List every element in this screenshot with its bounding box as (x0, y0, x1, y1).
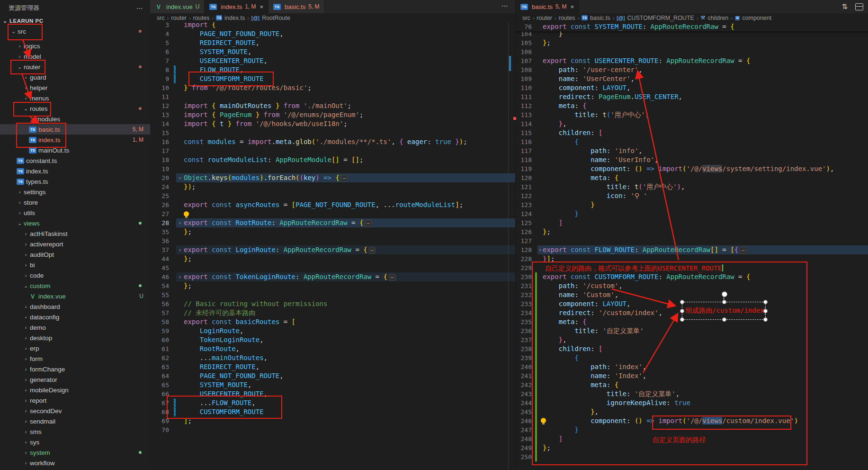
code-text[interactable]: RootRoute, (184, 344, 515, 353)
code-line-111[interactable]: 111 redirect: PageEnum.USER_CENTER, (516, 92, 868, 101)
code-line-5[interactable]: 5 REDIRECT_ROUTE, (150, 38, 515, 47)
tree-item-system[interactable]: ›system (0, 447, 150, 458)
tree-item-types.ts[interactable]: TStypes.ts (0, 176, 150, 187)
breadcrumb-item[interactable]: RootRoute (262, 15, 290, 21)
tree-item-constant.ts[interactable]: TSconstant.ts (0, 155, 150, 166)
code-line-107[interactable]: 107export const USERCENTER_ROUTE: AppRou… (516, 56, 868, 65)
code-text[interactable]: CUSTOMFORM_ROUTE (184, 74, 515, 83)
code-text[interactable]: path: '/custom', (543, 281, 868, 290)
code-text[interactable]: export const LoginRoute: AppRouteRecordR… (184, 245, 515, 254)
tree-item-dataconfig[interactable]: ›dataconfig (0, 312, 150, 322)
tab-basic.ts[interactable]: TSbasic.ts5, M (268, 0, 324, 13)
code-text[interactable]: }; (543, 38, 868, 47)
code-line-8[interactable]: 8 FLOW_ROUTE, (150, 65, 515, 74)
code-text[interactable]: export const FLOW_ROUTE: AppRouteRecordR… (543, 245, 868, 254)
code-text[interactable]: FLOW_ROUTE, (184, 65, 515, 74)
code-text[interactable]: }]; (543, 254, 868, 263)
code-text[interactable]: }; (543, 227, 868, 236)
code-text[interactable] (184, 209, 515, 218)
tree-item-bi[interactable]: ›bi (0, 260, 150, 270)
code-line-230[interactable]: 230export const CUSTOMFORM_ROUTE: AppRou… (516, 272, 868, 281)
code-line-28[interactable]: 28›export const RootRoute: AppRouteRecor… (150, 218, 515, 227)
fold-chevron-icon[interactable]: › (537, 245, 543, 254)
code-text[interactable]: REDIRECT_ROUTE, (184, 362, 515, 371)
breadcrumb-item[interactable]: src (157, 15, 165, 21)
code-text[interactable]: } from '/@/router/routes/basic'; (184, 83, 515, 92)
code-text[interactable]: import { mainOutRoutes } from './mainOut… (184, 101, 515, 110)
tree-item-utils[interactable]: ›utils (0, 208, 150, 218)
code-line-125[interactable]: 125 ] (516, 218, 868, 227)
code-text[interactable]: export const CUSTOMFORM_ROUTE: AppRouteR… (543, 272, 868, 281)
code-line-236[interactable]: 236 title: '自定义菜单' (516, 326, 868, 335)
code-text[interactable]: }; (543, 443, 868, 452)
code-line-3[interactable]: 3import { (150, 22, 515, 29)
code-text[interactable]: meta: { (543, 380, 868, 389)
code-line-37[interactable]: 37›export const LoginRoute: AppRouteReco… (150, 245, 515, 254)
code-text[interactable] (543, 452, 868, 461)
code-line-12[interactable]: 12import { mainOutRoutes } from './mainO… (150, 101, 515, 110)
code-line-124[interactable]: 124 } (516, 209, 868, 218)
code-line-249[interactable]: 249}; (516, 443, 868, 452)
resize-handle[interactable] (680, 300, 684, 304)
code-line-70[interactable]: 70 (150, 425, 515, 434)
breadcrumb-item[interactable]: router (171, 15, 187, 21)
code-line-63[interactable]: 63 REDIRECT_ROUTE, (150, 362, 515, 371)
breadcrumb-item[interactable]: routes (193, 15, 210, 21)
code-text[interactable]: children: [ (543, 344, 868, 353)
tree-item-src[interactable]: ⌄src (0, 26, 150, 36)
code-text[interactable]: title: t('用户中心') (543, 110, 868, 119)
tree-item-report[interactable]: ›report (0, 395, 150, 406)
code-text[interactable]: USERCENTER_ROUTE, (184, 389, 515, 398)
code-text[interactable]: title: t('用户中心'), (543, 182, 868, 191)
project-section-header[interactable]: ⌄ LEARUN PC (0, 16, 150, 26)
code-text[interactable]: title: '自定义菜单' (543, 326, 868, 335)
code-line-58[interactable]: 58export const basicRoutes = [ (150, 317, 515, 326)
tree-item-code[interactable]: ›code (0, 270, 150, 280)
code-text[interactable]: ] (543, 218, 868, 227)
code-line-18[interactable]: 18const routeModuleList: AppRouteModule[… (150, 155, 515, 164)
code-line-109[interactable]: 109 name: 'UserCenter', (516, 74, 868, 83)
code-line-46[interactable]: 46›export const TokenLoginRoute: AppRout… (150, 272, 515, 281)
tree-item-logics[interactable]: ›logics (0, 41, 150, 51)
code-line-10[interactable]: 10} from '/@/router/routes/basic'; (150, 83, 515, 92)
code-text[interactable]: meta: { (543, 173, 868, 182)
code-line-241[interactable]: 241 name: 'Index', (516, 371, 868, 380)
code-line-55[interactable]: 55 (150, 290, 515, 299)
code-text[interactable]: export const TokenLoginRoute: AppRouteRe… (184, 272, 515, 281)
code-text[interactable] (184, 164, 515, 173)
code-text[interactable]: import { (184, 22, 515, 29)
code-text[interactable]: redirect: PageEnum.USER_CENTER, (543, 92, 868, 101)
code-text[interactable]: // Basic routing without permissions (184, 299, 515, 308)
fold-chevron-icon[interactable]: › (176, 173, 184, 182)
code-text[interactable]: ignoreKeepAlive: true (543, 398, 868, 407)
code-text[interactable]: SYSTEM_ROUTE, (184, 47, 515, 56)
code-text[interactable]: component: LAYOUT, (543, 83, 868, 92)
tree-item-dashboard[interactable]: ›dashboard (0, 301, 150, 312)
code-line-115[interactable]: 115 children: [ (516, 128, 868, 137)
tree-item-sms[interactable]: ›sms (0, 426, 150, 437)
code-line-60[interactable]: 60 TokenLoginRoute, (150, 335, 515, 344)
code-text[interactable] (184, 128, 515, 137)
code-text[interactable]: export const SYSTEM_ROUTE: AppRouteRecor… (543, 22, 868, 31)
code-text[interactable]: export const USERCENTER_ROUTE: AppRouteR… (543, 56, 868, 65)
code-line-76[interactable]: 76export const SYSTEM_ROUTE: AppRouteRec… (516, 22, 868, 31)
resize-handle[interactable] (722, 300, 726, 304)
code-text[interactable]: children: [ (543, 128, 868, 137)
code-line-44[interactable]: 44}; (150, 254, 515, 263)
code-line-4[interactable]: 4 PAGE_NOT_FOUND_ROUTE, (150, 29, 515, 38)
tree-item-views[interactable]: ⌄views (0, 218, 150, 228)
code-text[interactable]: } (543, 31, 868, 38)
code-line-57[interactable]: 57// 未经许可的基本路由 (150, 308, 515, 317)
fold-chevron-icon[interactable]: › (176, 245, 184, 254)
tree-item-generator[interactable]: ›generator (0, 374, 150, 385)
code-text[interactable] (184, 263, 515, 272)
code-text[interactable]: { (543, 353, 868, 362)
code-line-26[interactable]: 26export const asyncRoutes = [PAGE_NOT_F… (150, 200, 515, 209)
code-line-17[interactable]: 17 (150, 146, 515, 155)
code-line-239[interactable]: 239 { (516, 353, 868, 362)
resize-handle[interactable] (763, 309, 768, 313)
code-text[interactable]: export const RootRoute: AppRouteRecordRa… (184, 218, 515, 227)
code-text[interactable]: name: 'Custom', (543, 290, 868, 299)
tree-item-workflow[interactable]: ›workflow (0, 458, 150, 468)
tree-item-index.ts[interactable]: TSindex.ts1, M (0, 135, 150, 145)
